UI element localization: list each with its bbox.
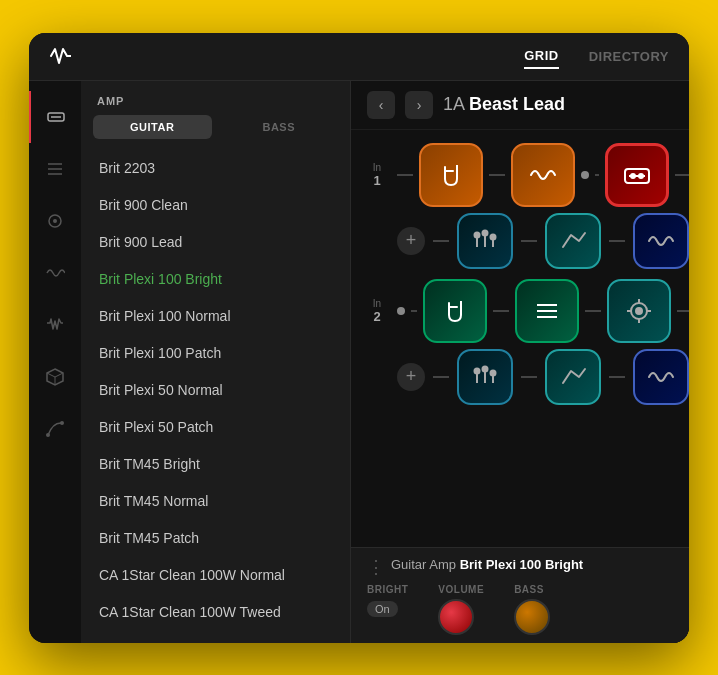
tab-grid[interactable]: GRID bbox=[524, 44, 559, 69]
nav-next-button[interactable]: › bbox=[405, 91, 433, 119]
svg-point-17 bbox=[639, 174, 643, 178]
amp-item-britplexi100bright[interactable]: Brit Plexi 100 Bright bbox=[85, 261, 346, 297]
connector bbox=[493, 310, 509, 312]
sidebar-icon-sliders[interactable] bbox=[29, 143, 81, 195]
sidebar-icon-amp[interactable] bbox=[29, 91, 81, 143]
module-eq3[interactable] bbox=[457, 349, 513, 405]
nav-prev-button[interactable]: ‹ bbox=[367, 91, 395, 119]
connector bbox=[585, 310, 601, 312]
amp-panel: AMP GUITAR BASS Brit 2203 Brit 900 Clean… bbox=[81, 81, 351, 643]
top-bar-tabs: GRID DIRECTORY bbox=[524, 44, 669, 69]
in2-dot bbox=[397, 307, 405, 315]
svg-point-25 bbox=[475, 232, 480, 237]
connector bbox=[433, 376, 449, 378]
app-container: GRID DIRECTORY bbox=[29, 33, 689, 643]
connector bbox=[411, 310, 417, 312]
tab-directory[interactable]: DIRECTORY bbox=[589, 45, 669, 68]
in2-num: 2 bbox=[363, 309, 391, 324]
amp-item-britplexi100patch[interactable]: Brit Plexi 100 Patch bbox=[85, 335, 346, 371]
in1-label: In 1 bbox=[363, 162, 391, 188]
bottom-preset-name: Brit Plexi 100 Bright bbox=[460, 557, 584, 572]
sidebar-icon-curve[interactable] bbox=[29, 403, 81, 455]
svg-point-26 bbox=[483, 230, 488, 235]
module-amp[interactable] bbox=[605, 143, 669, 207]
bright-toggle[interactable]: On bbox=[367, 601, 398, 617]
sidebar-icon-wave2[interactable] bbox=[29, 299, 81, 351]
sidebar-icon-wave[interactable] bbox=[29, 247, 81, 299]
svg-point-6 bbox=[53, 219, 57, 223]
svg-point-46 bbox=[491, 370, 496, 375]
module-eq2[interactable] bbox=[515, 279, 579, 343]
amp-item-britplexi50patch[interactable]: Brit Plexi 50 Patch bbox=[85, 409, 346, 445]
connector bbox=[433, 240, 449, 242]
module-dot2[interactable] bbox=[607, 279, 671, 343]
svg-point-16 bbox=[631, 174, 635, 178]
bottom-bar: ⋮ Guitar Amp Brit Plexi 100 Bright BRIGH… bbox=[351, 547, 689, 643]
module-wave-eq[interactable] bbox=[633, 213, 689, 269]
module-split2[interactable] bbox=[423, 279, 487, 343]
connector bbox=[521, 376, 537, 378]
signal-row-in1: In 1 bbox=[363, 140, 677, 210]
amp-item-britplexi50normal[interactable]: Brit Plexi 50 Normal bbox=[85, 372, 346, 408]
bottom-params: BRIGHT On VOLUME BASS bbox=[367, 584, 673, 635]
grid-main: In 1 bbox=[351, 130, 689, 547]
module-wave3[interactable] bbox=[633, 349, 689, 405]
sidebar-icons bbox=[29, 81, 81, 643]
sidebar-icon-circle[interactable] bbox=[29, 195, 81, 247]
module-comp2[interactable] bbox=[545, 349, 601, 405]
amp-item-brittm45patch[interactable]: Brit TM45 Patch bbox=[85, 520, 346, 556]
module-eq[interactable] bbox=[457, 213, 513, 269]
amp-item-ca1star100wtweed[interactable]: CA 1Star Clean 100W Tweed bbox=[85, 594, 346, 630]
module-waveshaper[interactable] bbox=[511, 143, 575, 207]
connector bbox=[489, 174, 505, 176]
in2-label: In 2 bbox=[363, 298, 391, 324]
bass-knob[interactable] bbox=[514, 599, 550, 635]
connector bbox=[609, 240, 625, 242]
svg-line-9 bbox=[55, 373, 63, 377]
svg-point-33 bbox=[636, 308, 642, 314]
bottom-title: Guitar Amp Brit Plexi 100 Bright bbox=[391, 557, 583, 572]
bottom-type: Guitar Amp bbox=[391, 557, 456, 572]
amp-list: Brit 2203 Brit 900 Clean Brit 900 Lead B… bbox=[81, 149, 350, 643]
bright-label: BRIGHT bbox=[367, 584, 408, 595]
param-bright: BRIGHT On bbox=[367, 584, 408, 635]
grid-area: ‹ › 1A Beast Lead In 1 bbox=[351, 81, 689, 643]
amp-item-britplexi100normal[interactable]: Brit Plexi 100 Normal bbox=[85, 298, 346, 334]
add-module-button-1[interactable]: + bbox=[397, 227, 425, 255]
amp-header: AMP bbox=[81, 81, 350, 115]
amp-item-brittm45bright[interactable]: Brit TM45 Bright bbox=[85, 446, 346, 482]
signal-row-in2: In 2 bbox=[363, 276, 677, 346]
volume-knob[interactable] bbox=[438, 599, 474, 635]
svg-point-44 bbox=[475, 368, 480, 373]
in1-num: 1 bbox=[363, 173, 391, 188]
volume-label: VOLUME bbox=[438, 584, 484, 595]
connector-dot bbox=[581, 171, 589, 179]
amp-item-ca1star100wnormal[interactable]: CA 1Star Clean 100W Normal bbox=[85, 557, 346, 593]
svg-point-11 bbox=[46, 433, 50, 437]
param-volume: VOLUME bbox=[438, 584, 484, 635]
amp-tab-guitar[interactable]: GUITAR bbox=[93, 115, 212, 139]
logo bbox=[49, 45, 71, 71]
top-bar: GRID DIRECTORY bbox=[29, 33, 689, 81]
in2-text: In bbox=[363, 298, 391, 309]
preset-number: 1A bbox=[443, 94, 464, 114]
amp-item-brit2203[interactable]: Brit 2203 bbox=[85, 150, 346, 186]
amp-item-ca1star50wnormal[interactable]: CA 1Star Clean 50W Normal bbox=[85, 631, 346, 643]
preset-name: 1A Beast Lead bbox=[443, 94, 565, 115]
amp-item-brit900lead[interactable]: Brit 900 Lead bbox=[85, 224, 346, 260]
module-comp[interactable] bbox=[545, 213, 601, 269]
sidebar-icon-cube[interactable] bbox=[29, 351, 81, 403]
svg-point-12 bbox=[60, 421, 64, 425]
main-content: AMP GUITAR BASS Brit 2203 Brit 900 Clean… bbox=[29, 81, 689, 643]
add-module-button-2[interactable]: + bbox=[397, 363, 425, 391]
amp-item-brit900clean[interactable]: Brit 900 Clean bbox=[85, 187, 346, 223]
amp-tab-bass[interactable]: BASS bbox=[220, 115, 339, 139]
param-bass: BASS bbox=[514, 584, 550, 635]
connector bbox=[675, 174, 689, 176]
module-split[interactable] bbox=[419, 143, 483, 207]
connector bbox=[521, 240, 537, 242]
amp-item-brittm45normal[interactable]: Brit TM45 Normal bbox=[85, 483, 346, 519]
add-row-1: + bbox=[363, 216, 677, 266]
add-row-2: + bbox=[363, 352, 677, 402]
bottom-menu-icon[interactable]: ⋮ bbox=[367, 556, 385, 578]
